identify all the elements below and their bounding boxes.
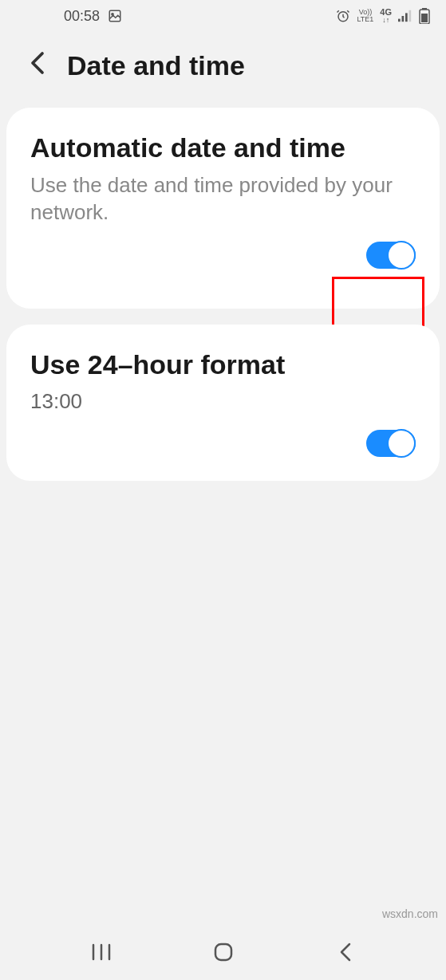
battery-icon (419, 8, 430, 24)
svg-rect-3 (398, 19, 401, 22)
auto-date-time-toggle[interactable] (366, 242, 416, 269)
alarm-icon (336, 9, 350, 23)
header: Date and time (0, 32, 446, 108)
hour-format-card[interactable]: Use 24–hour format 13:00 (6, 325, 440, 481)
auto-date-time-card[interactable]: Automatic date and time Use the date and… (6, 108, 440, 309)
svg-rect-4 (402, 16, 405, 22)
svg-rect-6 (409, 10, 412, 22)
picture-icon (108, 9, 122, 23)
svg-rect-13 (215, 944, 231, 960)
svg-rect-5 (405, 13, 408, 22)
navigation-bar (0, 924, 446, 980)
auto-date-time-title: Automatic date and time (30, 132, 416, 164)
recents-button[interactable] (85, 936, 117, 968)
hour-format-toggle[interactable] (366, 430, 416, 457)
status-bar: 00:58 Vo)) LTE1 4G ↓↑ (0, 0, 446, 32)
auto-date-time-desc: Use the date and time provided by your n… (30, 172, 416, 226)
network-type: 4G ↓↑ (380, 8, 392, 24)
watermark: wsxdn.com (382, 907, 438, 920)
home-button[interactable] (207, 936, 239, 968)
signal-icon (398, 10, 412, 22)
page-title: Date and time (67, 50, 245, 81)
back-button[interactable] (330, 936, 361, 968)
volte-indicator: Vo)) LTE1 (357, 9, 373, 23)
back-icon[interactable] (24, 48, 51, 84)
svg-rect-9 (421, 14, 428, 22)
hour-format-title: Use 24–hour format (30, 348, 416, 381)
hour-format-example: 13:00 (30, 389, 416, 414)
status-time: 00:58 (64, 8, 100, 25)
